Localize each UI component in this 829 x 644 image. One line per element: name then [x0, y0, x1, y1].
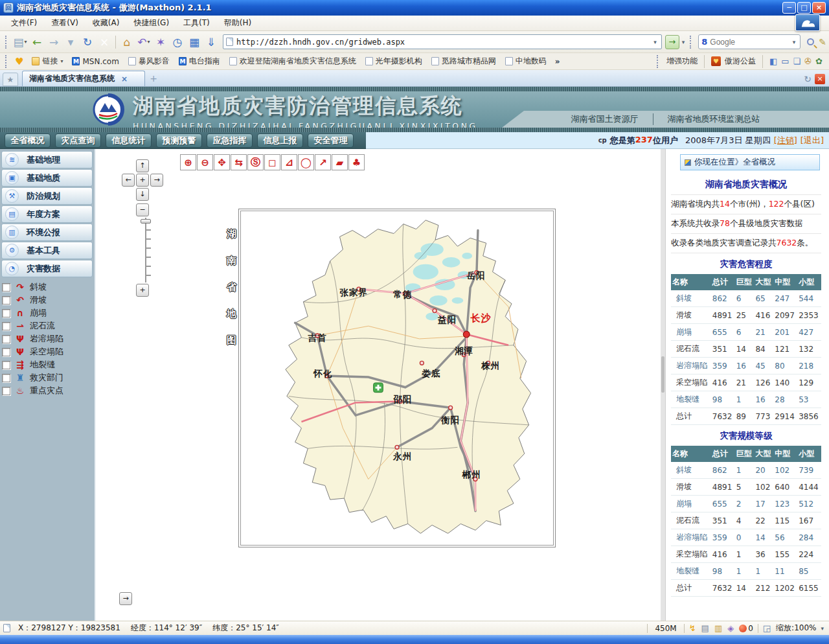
- maximize-button[interactable]: □: [797, 2, 811, 14]
- charity-shield-icon[interactable]: ♥: [711, 56, 721, 66]
- nav-tab[interactable]: 信息上报: [257, 133, 303, 148]
- proxy-icon[interactable]: ▤: [699, 623, 712, 633]
- nav-tab[interactable]: 全省概况: [5, 133, 51, 148]
- menu-item[interactable]: 收藏(A): [85, 16, 127, 30]
- menu-item[interactable]: 快捷组(G): [126, 16, 176, 30]
- layer-checkbox[interactable]: [2, 283, 10, 292]
- bookmark-baofeng[interactable]: 暴风影音: [124, 54, 174, 68]
- banner-link[interactable]: 湖南省国土资源厅: [557, 113, 653, 125]
- notes-icon[interactable]: ◈: [725, 623, 736, 633]
- maxthon-logo[interactable]: [795, 14, 820, 31]
- zoom-level[interactable]: 缩放:100%: [773, 623, 819, 634]
- menu-item[interactable]: 文件(F): [4, 16, 44, 30]
- google-icon[interactable]: 8: [701, 37, 707, 47]
- address-input[interactable]: [236, 38, 652, 47]
- back-button[interactable]: ←: [28, 34, 45, 51]
- blocked-counter[interactable]: 0: [736, 624, 756, 633]
- download-button[interactable]: ⇓: [203, 34, 220, 51]
- measure-distance-tool[interactable]: ⇆: [231, 154, 247, 170]
- nav-tab[interactable]: 信息统计: [106, 133, 152, 148]
- sidebar-item-basic-tools[interactable]: ⚙ 基本工具: [1, 242, 93, 259]
- sidebar-item-base-geography[interactable]: ≋ 基础地理: [1, 151, 93, 168]
- maxthon-charity-link[interactable]: 傲游公益: [725, 56, 756, 67]
- bookmark-guangnian-photo[interactable]: 光年摄影机构: [361, 54, 427, 68]
- split-window-button[interactable]: ▦: [186, 34, 203, 51]
- exit-link[interactable]: [退出]: [801, 135, 824, 146]
- recent-dropdown[interactable]: ▾: [62, 34, 79, 51]
- scale-tool[interactable]: Ⓢ: [247, 154, 264, 170]
- panel-scrollbar-handle[interactable]: [661, 356, 664, 393]
- select-rect-tool[interactable]: ◻: [264, 154, 280, 170]
- sidebar-item-annual-scheme[interactable]: ▤ 年度方案: [1, 205, 93, 223]
- pan-right-button[interactable]: →: [150, 174, 163, 187]
- zoom-slider[interactable]: [143, 218, 148, 282]
- zoom-in-button[interactable]: +: [136, 284, 149, 297]
- zoom-dropdown-icon[interactable]: ▾: [819, 625, 826, 632]
- enhance-features-link[interactable]: 增强功能: [666, 56, 698, 67]
- forward-button[interactable]: →: [45, 34, 62, 51]
- zoom-out-button[interactable]: −: [136, 203, 149, 216]
- layer-checkbox[interactable]: [2, 374, 10, 382]
- stop-button[interactable]: ×: [96, 34, 113, 51]
- nav-tab[interactable]: 安全管理: [308, 133, 354, 148]
- sidebar-item-disaster-data[interactable]: ◔ 灾害数据: [1, 260, 93, 277]
- popup-blocker-icon[interactable]: ▥: [712, 623, 725, 633]
- nav-tab[interactable]: 灾点查询: [55, 133, 101, 148]
- layer-checkbox[interactable]: [2, 309, 10, 317]
- right-grip[interactable]: [657, 55, 660, 68]
- tab-active[interactable]: 湖南省地质灾害信息系统×: [22, 71, 145, 86]
- layer-checkbox[interactable]: [2, 361, 10, 369]
- layer-checkbox[interactable]: [2, 322, 10, 330]
- window-icon[interactable]: ▭: [781, 56, 789, 66]
- address-dropdown-icon[interactable]: ▾: [652, 39, 659, 45]
- sidebar-item-environment-bulletin[interactable]: ▥ 环境公报: [1, 224, 93, 241]
- tab-list-star-icon[interactable]: ★: [3, 73, 18, 86]
- go-dropdown-icon[interactable]: ▾: [680, 39, 687, 45]
- zoom-slider-handle[interactable]: [141, 219, 151, 224]
- bookmark-msn[interactable]: MSN.com: [67, 56, 123, 67]
- scroll-right-button[interactable]: →: [119, 592, 132, 605]
- tab-refresh-icon[interactable]: ↻: [804, 74, 812, 84]
- bookmark-zhongdi-digital[interactable]: 中地数码: [501, 54, 551, 68]
- notes-icon[interactable]: ❏: [793, 56, 801, 66]
- new-page-button[interactable]: ▤: [12, 34, 28, 51]
- full-extent-tool[interactable]: ♣: [348, 154, 365, 170]
- address-bar[interactable]: ▾: [223, 34, 662, 49]
- select-circle-tool[interactable]: ◯: [298, 154, 314, 170]
- bookmark-hunan-geohazard[interactable]: 欢迎登陆湖南省地质灾害信息系统: [225, 54, 361, 68]
- favorites-heart-icon[interactable]: ♥: [15, 56, 23, 67]
- new-tab-button[interactable]: +: [148, 73, 159, 85]
- pan-down-button[interactable]: ↓: [136, 188, 149, 201]
- search-box[interactable]: 8 ▾: [698, 34, 801, 49]
- filter-button[interactable]: ✶: [152, 34, 169, 51]
- refresh-button[interactable]: ↻: [79, 34, 96, 51]
- home-button[interactable]: ⌂: [119, 34, 135, 51]
- select-flag-tool[interactable]: ⊿: [281, 154, 297, 170]
- nav-tab[interactable]: 应急指挥: [207, 133, 253, 148]
- layer-checkbox[interactable]: [2, 348, 10, 356]
- menu-item[interactable]: 工具(T): [176, 16, 217, 30]
- search-icon[interactable]: [807, 38, 814, 45]
- draw-point-tool[interactable]: ↗: [315, 154, 331, 170]
- boost-icon[interactable]: ↯: [687, 623, 699, 633]
- pan-tool[interactable]: ✥: [214, 154, 230, 170]
- pan-left-button[interactable]: ←: [122, 174, 135, 187]
- highlight-icon[interactable]: ✎: [819, 37, 826, 47]
- layer-checkbox[interactable]: [2, 296, 10, 305]
- map-canvas[interactable]: 张家界常德岳阳益阳长沙吉首湘潭株州怀化娄底邵阳衡阳永州郴州: [240, 211, 554, 546]
- nav-tab[interactable]: 预测预警: [156, 133, 202, 148]
- sidebar-item-base-geology[interactable]: ▣ 基础地质: [1, 169, 93, 187]
- bookmark-milu-city[interactable]: 觅路城市精品网: [427, 54, 501, 68]
- tab-bar-close-icon[interactable]: ×: [815, 74, 825, 84]
- sidebar-item-prevention-plan[interactable]: ⚒ 防治规划: [1, 187, 93, 205]
- skin-icon[interactable]: ◧: [769, 56, 777, 66]
- search-dropdown-icon[interactable]: ▾: [791, 39, 798, 45]
- panel-scrollbar[interactable]: [661, 149, 666, 621]
- tab-close-icon[interactable]: ×: [121, 75, 128, 84]
- zoom-in-tool[interactable]: ⊕: [180, 154, 196, 170]
- toolbar-grip[interactable]: [5, 36, 8, 49]
- close-button[interactable]: ×: [812, 2, 826, 14]
- bookmarks-overflow-icon[interactable]: »: [551, 57, 564, 66]
- bookmark-links-folder[interactable]: 链接: [27, 54, 67, 68]
- plugin-icon[interactable]: ✿: [815, 56, 823, 66]
